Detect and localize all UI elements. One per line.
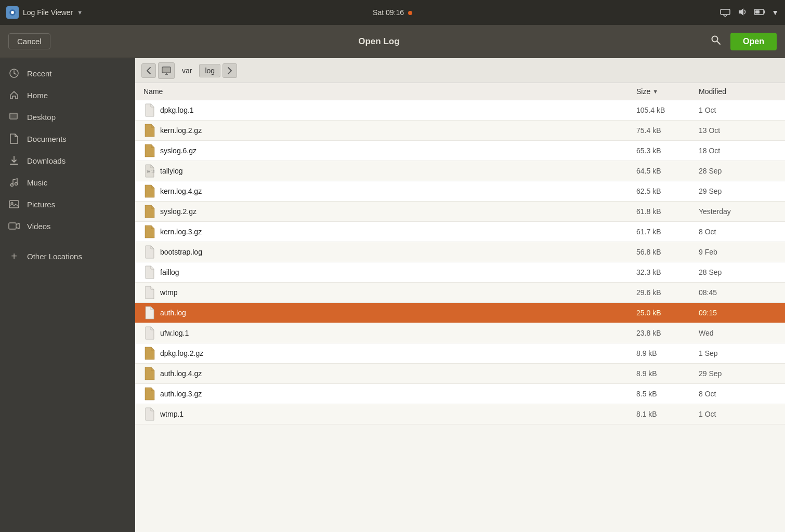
sidebar-label-recent: Recent (27, 69, 52, 78)
svg-point-15 (11, 184, 14, 187)
file-icon (143, 124, 156, 137)
table-row[interactable]: kern.log.3.gz61.7 kB8 Oct (135, 222, 785, 242)
compressed-file-icon (144, 225, 155, 238)
file-size: 25.0 kB (636, 309, 699, 317)
location-icon-button[interactable] (158, 62, 175, 79)
table-row[interactable]: auth.log.4.gz8.9 kB29 Sep (135, 364, 785, 384)
table-row[interactable]: kern.log.4.gz62.5 kB29 Sep (135, 181, 785, 202)
plain-file-icon (145, 306, 155, 320)
file-modified: 8 Oct (699, 228, 777, 236)
table-row[interactable]: dpkg.log.2.gz8.9 kB1 Sep (135, 343, 785, 364)
file-size: 8.9 kB (636, 349, 699, 357)
sidebar-item-documents[interactable]: Documents (0, 128, 135, 150)
svg-rect-21 (162, 67, 171, 73)
compressed-file-icon (144, 367, 155, 380)
svg-rect-13 (10, 113, 17, 119)
path-log[interactable]: log (199, 64, 220, 77)
file-icon (143, 185, 156, 197)
file-name: dpkg.log.1 (160, 106, 636, 114)
file-size: 105.4 kB (636, 106, 699, 114)
sort-arrow-icon: ▼ (652, 88, 658, 95)
file-modified: 29 Sep (699, 187, 777, 195)
app-name: Log File Viewer (23, 8, 73, 17)
sidebar-item-music[interactable]: Music (0, 171, 135, 193)
table-row[interactable]: wtmp29.6 kB08:45 (135, 283, 785, 303)
file-size: 62.5 kB (636, 187, 699, 195)
table-row[interactable]: 10 101 tallylog64.5 kB28 Sep (135, 161, 785, 181)
file-name: kern.log.4.gz (160, 187, 636, 195)
header-size[interactable]: Size ▼ (636, 87, 699, 96)
battery-icon (754, 8, 765, 17)
file-modified: 29 Sep (699, 369, 777, 378)
sidebar-item-pictures[interactable]: Pictures (0, 193, 135, 215)
file-list: Name Size ▼ Modified dpkg.log.1105.4 kB1… (135, 83, 785, 532)
file-icon (143, 225, 156, 238)
table-row[interactable]: kern.log.2.gz75.4 kB13 Oct (135, 121, 785, 141)
sidebar-item-desktop[interactable]: Desktop (0, 106, 135, 128)
svg-rect-2 (721, 9, 730, 15)
titlebar-center: Sat 09:16 (264, 8, 521, 17)
compressed-file-icon (144, 144, 155, 157)
sidebar-item-other-locations[interactable]: + Other Locations (0, 245, 135, 267)
file-modified: 18 Oct (699, 147, 777, 155)
headerbar: Cancel Open Log Open (0, 25, 785, 58)
plain-file-icon (145, 265, 155, 279)
desktop-icon (8, 111, 20, 123)
app-dropdown-icon[interactable]: ▼ (77, 9, 83, 16)
file-icon (143, 205, 156, 218)
file-name: ufw.log.1 (160, 329, 636, 337)
forward-button[interactable] (223, 63, 237, 78)
table-row[interactable]: syslog.2.gz61.8 kBYesterday (135, 202, 785, 222)
table-row[interactable]: wtmp.18.1 kB1 Oct (135, 404, 785, 424)
file-name: kern.log.3.gz (160, 228, 636, 236)
table-row[interactable]: ufw.log.123.8 kBWed (135, 323, 785, 343)
file-icon (143, 266, 156, 278)
file-size: 8.9 kB (636, 369, 699, 378)
sidebar: Recent Home Desktop Documents Downloads (0, 58, 135, 532)
sidebar-item-videos[interactable]: Videos (0, 215, 135, 237)
table-row[interactable]: syslog.6.gz65.3 kB18 Oct (135, 141, 785, 161)
file-modified: 8 Oct (699, 390, 777, 398)
svg-rect-8 (764, 10, 765, 14)
file-modified: 1 Sep (699, 349, 777, 357)
back-button[interactable] (141, 63, 156, 78)
titlebar-time: Sat 09:16 (373, 8, 404, 17)
titlebar-left: Log File Viewer ▼ (6, 6, 264, 19)
file-size: 61.8 kB (636, 207, 699, 216)
table-row[interactable]: faillog32.3 kB28 Sep (135, 262, 785, 283)
sidebar-item-home[interactable]: Home (0, 84, 135, 106)
file-size: 32.3 kB (636, 268, 699, 276)
svg-rect-19 (9, 223, 16, 229)
cancel-button[interactable]: Cancel (8, 33, 50, 49)
text-file-icon: 10 101 (145, 164, 155, 178)
other-locations-icon: + (8, 250, 20, 262)
documents-icon (8, 133, 20, 144)
pathbar: var log (135, 58, 785, 83)
table-row[interactable]: dpkg.log.1105.4 kB1 Oct (135, 100, 785, 121)
table-row[interactable]: auth.log25.0 kB09:15 (135, 303, 785, 323)
music-icon (8, 177, 20, 188)
compressed-file-icon (144, 387, 155, 401)
notification-dot (408, 11, 412, 15)
file-name: syslog.2.gz (160, 207, 636, 216)
file-icon (143, 388, 156, 400)
path-var[interactable]: var (177, 64, 197, 77)
file-icon: 10 101 (143, 165, 156, 177)
volume-icon (737, 7, 748, 18)
file-modified: 13 Oct (699, 126, 777, 135)
svg-line-10 (717, 41, 720, 44)
compressed-file-icon (144, 347, 155, 360)
recent-icon (8, 68, 20, 79)
app-icon (6, 6, 19, 19)
search-button[interactable] (708, 32, 724, 51)
table-row[interactable]: bootstrap.log56.8 kB9 Feb (135, 242, 785, 262)
menu-icon[interactable]: ▼ (771, 8, 779, 17)
file-icon (143, 408, 156, 420)
open-button[interactable]: Open (730, 33, 777, 50)
sidebar-label-pictures: Pictures (27, 200, 55, 209)
sidebar-label-desktop: Desktop (27, 113, 56, 122)
sidebar-item-downloads[interactable]: Downloads (0, 150, 135, 171)
table-row[interactable]: auth.log.3.gz8.5 kB8 Oct (135, 384, 785, 404)
sidebar-label-documents: Documents (27, 135, 67, 143)
sidebar-item-recent[interactable]: Recent (0, 62, 135, 84)
